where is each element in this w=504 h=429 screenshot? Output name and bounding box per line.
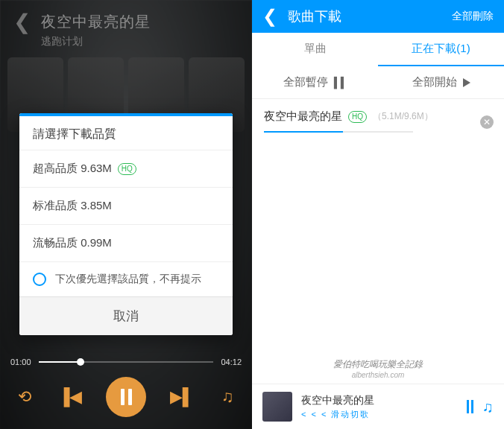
progress-track[interactable] xyxy=(39,361,214,363)
play-icon xyxy=(463,78,470,87)
quality-dialog: 請選擇下載品質 超高品质 9.63M HQ 标准品质 3.85M 流畅品质 0.… xyxy=(19,113,233,335)
cancel-button[interactable]: 取消 xyxy=(19,296,233,335)
time-total: 04:12 xyxy=(221,358,242,366)
pause-all-label: 全部暫停 xyxy=(283,75,328,89)
quality-option-smooth[interactable]: 流畅品质 0.99M xyxy=(19,224,233,261)
dialog-title: 請選擇下載品質 xyxy=(19,116,233,150)
progress-thumb[interactable] xyxy=(77,358,84,366)
player-controls: 01:00 04:12 ⟲ ▐◀ ▶▌ ♫ xyxy=(0,358,252,429)
pause-button[interactable] xyxy=(106,377,146,417)
start-all-button[interactable]: 全部開始 xyxy=(378,66,504,98)
shuffle-icon[interactable]: ⟲ xyxy=(15,387,34,407)
hq-badge-icon: HQ xyxy=(348,111,367,123)
mini-player: 夜空中最亮的星 < < < 滑动切歌 ♫ xyxy=(252,384,504,429)
download-size: （5.1M/9.6M） xyxy=(373,110,433,123)
mini-album-art[interactable] xyxy=(262,392,292,422)
watermark-line2: alberthsieh.com xyxy=(252,371,504,379)
pause-all-button[interactable]: 全部暫停 ▍▍ xyxy=(252,66,378,98)
download-progress-fill xyxy=(264,131,343,133)
time-elapsed: 01:00 xyxy=(10,358,31,366)
remember-choice-row[interactable]: 下次優先選擇該品質，不再提示 xyxy=(19,261,233,296)
tab-bar: 單曲 正在下載(1) xyxy=(252,33,504,66)
delete-all-button[interactable]: 全部刪除 xyxy=(452,10,494,23)
download-progress xyxy=(264,131,413,133)
progress-fill xyxy=(39,361,81,363)
download-screen: ❮ 歌曲下載 全部刪除 單曲 正在下載(1) 全部暫停 ▍▍ 全部開始 夜空中最… xyxy=(252,0,504,429)
download-item[interactable]: 夜空中最亮的星 HQ （5.1M/9.6M） ✕ xyxy=(252,99,504,139)
download-name: 夜空中最亮的星 xyxy=(264,109,342,124)
mini-playlist-icon[interactable]: ♫ xyxy=(482,398,494,416)
bulk-actions: 全部暫停 ▍▍ 全部開始 xyxy=(252,66,504,99)
pause-icon: ▍▍ xyxy=(334,77,347,89)
pause-icon xyxy=(121,389,132,405)
remember-label: 下次優先選擇該品質，不再提示 xyxy=(55,273,201,286)
mini-swipe-hint: < < < 滑动切歌 xyxy=(301,409,458,420)
watermark: 愛伯特吃喝玩樂全記錄 alberthsieh.com xyxy=(252,358,504,379)
next-icon[interactable]: ▶▌ xyxy=(172,387,192,407)
page-title: 歌曲下載 xyxy=(288,7,441,25)
quality-option-hq[interactable]: 超高品质 9.63M HQ xyxy=(19,150,233,187)
mini-pause-button[interactable] xyxy=(467,400,473,413)
hq-badge-icon: HQ xyxy=(118,163,136,175)
back-icon[interactable]: ❮ xyxy=(262,7,277,25)
quality-label: 标准品质 3.85M xyxy=(33,199,112,213)
tab-single[interactable]: 單曲 xyxy=(252,33,378,66)
playlist-icon[interactable]: ♫ xyxy=(218,387,237,407)
control-buttons: ⟲ ▐◀ ▶▌ ♫ xyxy=(10,374,242,420)
start-all-label: 全部開始 xyxy=(412,75,457,89)
content-spacer: 愛伯特吃喝玩樂全記錄 alberthsieh.com xyxy=(252,139,504,384)
mini-info[interactable]: 夜空中最亮的星 < < < 滑动切歌 xyxy=(301,394,458,420)
close-icon[interactable]: ✕ xyxy=(480,115,494,129)
download-header: ❮ 歌曲下載 全部刪除 xyxy=(252,0,504,33)
quality-option-standard[interactable]: 标准品质 3.85M xyxy=(19,187,233,224)
watermark-line1: 愛伯特吃喝玩樂全記錄 xyxy=(252,358,504,371)
progress-bar[interactable]: 01:00 04:12 xyxy=(10,358,242,366)
quality-label: 流畅品质 0.99M xyxy=(33,236,112,250)
music-player-screen: ❮ 夜空中最亮的星 逃跑计划 請選擇下載品質 超高品质 9.63M HQ 标准品… xyxy=(0,0,252,429)
tab-downloading[interactable]: 正在下載(1) xyxy=(378,33,504,66)
quality-label: 超高品质 9.63M xyxy=(33,162,112,176)
radio-icon[interactable] xyxy=(33,273,46,286)
mini-title: 夜空中最亮的星 xyxy=(301,394,458,407)
previous-icon[interactable]: ▐◀ xyxy=(60,387,80,407)
